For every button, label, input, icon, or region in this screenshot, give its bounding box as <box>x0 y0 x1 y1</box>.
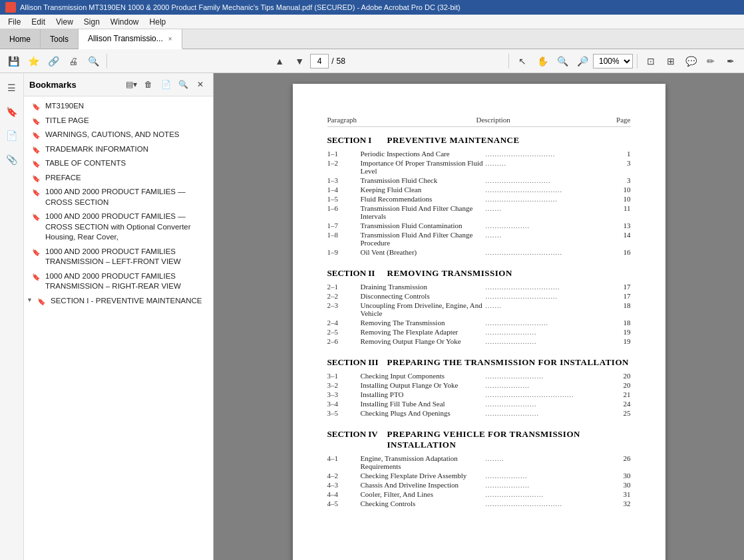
share-button[interactable]: 🔗 <box>44 52 63 70</box>
app-icon <box>5 2 16 13</box>
bookmark-icon: 🔖 <box>32 160 41 169</box>
sidebar-options-button[interactable]: ▤▾ <box>124 77 138 92</box>
menu-edit[interactable]: Edit <box>26 16 51 28</box>
toc-entry: 1–5Fluid Recommendations................… <box>327 195 631 203</box>
toolbar-sep-1 <box>106 54 107 69</box>
bookmark-icon: 🔖 <box>32 188 41 198</box>
toc-column-headers: Paragraph Description Page <box>327 116 631 127</box>
page-up-button[interactable]: ▲ <box>270 52 289 70</box>
bookmark-item-toc[interactable]: 🔖 TABLE OF CONTENTS <box>24 156 213 171</box>
toc-entry: 4–1Engine, Transmission Adaptation Requi… <box>327 454 631 470</box>
bookmark-item-cross-section-2[interactable]: 🔖 1000 AND 2000 PRODUCT FAMILIES — CROSS… <box>24 210 213 245</box>
toc-section-title: PREPARING VEHICLE FOR TRANSMISSION INSTA… <box>387 429 631 450</box>
sidebar-search-button[interactable]: 🔍 <box>176 77 190 92</box>
cursor-tool-button[interactable]: ↖ <box>513 52 532 70</box>
toc-entry-dots: ............................... <box>484 196 611 203</box>
draw-button[interactable]: ✒ <box>721 52 740 70</box>
sidebar-resizer[interactable] <box>210 73 213 560</box>
bookmark-item-warnings[interactable]: 🔖 WARNINGS, CAUTIONS, AND NOTES <box>24 128 213 142</box>
bookmark-icon: 🔖 <box>32 146 41 155</box>
sidebar-delete-button[interactable]: 🗑 <box>141 77 156 92</box>
sidebar: Bookmarks ▤▾ 🗑 📄 🔍 ✕ 🔖 MT3190EN 🔖 TITLE … <box>24 73 214 560</box>
toc-entry-num: 3–4 <box>327 400 361 408</box>
bookmark-item-trademark[interactable]: 🔖 TRADEMARK INFORMATION <box>24 142 213 157</box>
toc-entry-page: 3 <box>611 159 631 167</box>
page-number-input[interactable] <box>310 54 329 69</box>
highlight-button[interactable]: ✏ <box>701 52 720 70</box>
toc-entry-page: 30 <box>611 472 631 480</box>
toc-entry-num: 2–4 <box>327 319 361 327</box>
bookmark-item-mt3190en[interactable]: 🔖 MT3190EN <box>24 99 213 114</box>
fit-width-button[interactable]: ⊞ <box>661 52 680 70</box>
col-description: Description <box>476 116 510 124</box>
toc-section-title: REMOVING TRANSMISSION <box>387 268 512 279</box>
bookmark-item-right-rear[interactable]: 🔖 1000 AND 2000 PRODUCT FAMILIES TRANSMI… <box>24 269 213 294</box>
page-nav: / 58 <box>310 54 345 69</box>
toc-entry-desc: Periodic Inspections And Care <box>361 150 484 158</box>
bookmark-item-title-page[interactable]: 🔖 TITLE PAGE <box>24 114 213 128</box>
toc-entry-dots: ................... <box>484 382 611 389</box>
zoom-select[interactable]: 100% 75% 125% 150% <box>593 54 633 69</box>
col-paragraph: Paragraph <box>327 116 357 124</box>
menu-view[interactable]: View <box>51 16 79 28</box>
toc-entry: 2–5Removing The Flexplate Adapter.......… <box>327 328 631 336</box>
menu-window[interactable]: Window <box>105 16 144 28</box>
toc-section-header: SECTION IVPREPARING VEHICLE FOR TRANSMIS… <box>327 429 631 450</box>
toc-entry-dots: ........................... <box>484 319 611 327</box>
toc-entry-num: 3–1 <box>327 372 361 380</box>
toc-entry-page: 13 <box>611 221 631 229</box>
col-page: Page <box>616 116 630 124</box>
sidebar-new-button[interactable]: 📄 <box>158 77 173 92</box>
comment-button[interactable]: 💬 <box>681 52 700 70</box>
toc-entry: 3–4Installing Fill Tube And Seal........… <box>327 400 631 408</box>
print-button[interactable]: 🖨 <box>64 52 83 70</box>
toc-entry-page: 3 <box>611 176 631 184</box>
toc-entry-desc: Fluid Recommendations <box>361 195 484 203</box>
zoom-out-button[interactable]: 🔍 <box>553 52 572 70</box>
toc-entry: 2–1Draining Transmission................… <box>327 283 631 291</box>
toc-entry-page: 20 <box>611 381 631 389</box>
toc-entry-dots: ....... <box>484 302 611 309</box>
annotations-panel-icon[interactable]: 📎 <box>3 150 21 169</box>
zoom-in-button[interactable]: 🔎 <box>573 52 592 70</box>
bookmark-icon: 🔖 <box>32 174 41 184</box>
save-button[interactable]: 💾 <box>4 52 23 70</box>
bookmark-item-cross-section-1[interactable]: 🔖 1000 AND 2000 PRODUCT FAMILIES — CROSS… <box>24 185 213 210</box>
menu-sign[interactable]: Sign <box>79 16 105 28</box>
sidebar-close-button[interactable]: ✕ <box>193 77 208 92</box>
toc-section: SECTION IVPREPARING VEHICLE FOR TRANSMIS… <box>327 429 631 507</box>
bookmark-item-left-front[interactable]: 🔖 1000 AND 2000 PRODUCT FAMILIES TRANSMI… <box>24 245 213 269</box>
navigation-panel-icon[interactable]: ☰ <box>3 78 21 97</box>
toc-entry-page: 17 <box>611 283 631 291</box>
menu-file[interactable]: File <box>3 16 26 28</box>
bookmark-item-preface[interactable]: 🔖 PREFACE <box>24 171 213 186</box>
pages-panel-icon[interactable]: 📄 <box>3 126 21 145</box>
toc-entry-dots: ....... <box>484 231 611 239</box>
fit-page-button[interactable]: ⊡ <box>642 52 660 70</box>
left-icon-panel: ☰ 🔖 📄 📎 <box>0 73 24 560</box>
toc-entry-desc: Removing The Transmission <box>361 319 484 327</box>
tab-document[interactable]: Allison Transmissio... × <box>79 29 182 49</box>
hand-tool-button[interactable]: ✋ <box>533 52 552 70</box>
bookmark-add-button[interactable]: ⭐ <box>24 52 43 70</box>
tab-home[interactable]: Home <box>0 29 41 49</box>
page-down-button[interactable]: ▼ <box>290 52 309 70</box>
toc-entry-page: 1 <box>611 150 631 158</box>
menu-help[interactable]: Help <box>144 16 172 28</box>
toc-entry-num: 2–3 <box>327 301 361 309</box>
bookmark-item-section-1[interactable]: ▼ 🔖 SECTION I - PREVENTIVE MAINTENANCE <box>24 294 213 309</box>
toc-section-title: PREVENTIVE MAINTENANCE <box>387 135 520 146</box>
toc-entry-num: 3–5 <box>327 409 361 417</box>
tab-close-button[interactable]: × <box>168 35 172 43</box>
toc-entry-page: 16 <box>611 248 631 256</box>
toc-entry-page: 19 <box>611 337 631 345</box>
tab-tools[interactable]: Tools <box>41 29 79 49</box>
toggle-expand-icon[interactable]: ▼ <box>27 296 36 304</box>
toc-entry-num: 4–1 <box>327 454 361 462</box>
toc-entry-page: 18 <box>611 319 631 327</box>
bookmark-panel-icon[interactable]: 🔖 <box>3 102 21 121</box>
find-button[interactable]: 🔍 <box>84 52 102 70</box>
toc-entry: 4–4Cooler, Filter, And Lines............… <box>327 490 631 498</box>
toc-section-num: SECTION I <box>327 135 387 146</box>
toc-entry: 2–3Uncoupling From Driveline, Engine, An… <box>327 301 631 317</box>
